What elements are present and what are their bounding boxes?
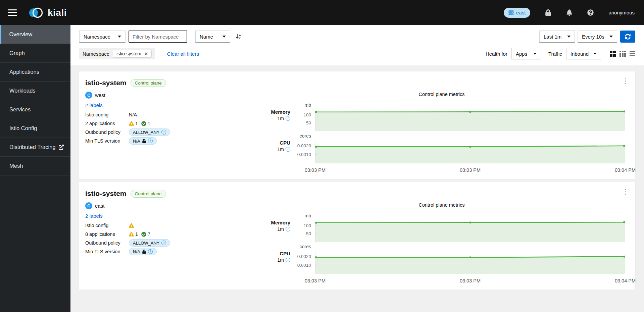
expanded-view-icon[interactable] [620, 51, 626, 57]
refresh-interval-select[interactable]: Every 10s [578, 31, 617, 43]
brand-name: kiali [48, 7, 67, 18]
control-plane-badge: Control plane [131, 190, 166, 198]
sidebar-item-label: Services [9, 106, 31, 113]
help-icon[interactable] [587, 9, 594, 16]
sidebar-item-applications[interactable]: Applications [0, 63, 70, 82]
warning-count[interactable]: 1 [135, 121, 138, 126]
server-icon [508, 10, 514, 15]
metric-window: 1m [278, 147, 284, 152]
menu-toggle-icon[interactable] [8, 9, 17, 16]
sort-by-select[interactable]: Name [195, 31, 230, 43]
info-icon[interactable]: i [148, 249, 153, 254]
lock-icon[interactable] [545, 9, 551, 16]
sidebar-item-overview[interactable]: Overview [0, 25, 70, 44]
info-icon[interactable]: i [161, 130, 166, 135]
labels-link[interactable]: 2 labels [85, 102, 103, 108]
overview-toolbar: Namespace Name A Z Last 1m Every 10s [70, 25, 644, 65]
cpu-area-chart[interactable] [315, 141, 625, 163]
clear-all-filters-link[interactable]: Clear all filters [167, 51, 199, 57]
sidebar-item-label: Graph [9, 50, 25, 56]
cluster-badge[interactable]: east [504, 8, 530, 18]
sidebar-item-mesh[interactable]: Mesh [0, 157, 70, 175]
warning-icon[interactable] [129, 121, 134, 126]
memory-unit-label: mb [292, 102, 315, 110]
kiali-logo: kiali [29, 6, 67, 19]
traffic-label: Traffic [548, 51, 562, 57]
memory-y-axis: 10050 [292, 220, 315, 242]
health-for-select[interactable]: Apps [511, 48, 541, 59]
cpu-area-chart[interactable] [315, 251, 625, 274]
list-view-icon[interactable] [630, 51, 635, 56]
sidebar-item-label: Istio Config [9, 125, 37, 132]
cluster-name: east [95, 203, 104, 209]
namespace-card-west: ⋮ istio-system Control plane C west 2 la… [79, 71, 636, 179]
card-kebab-menu[interactable]: ⋮ [622, 77, 629, 84]
metrics-title: Control plane metrics [258, 202, 625, 208]
cluster-icon: C [85, 92, 92, 99]
outbound-policy-pill[interactable]: ALLOW_ANY i [129, 239, 170, 247]
memory-unit-label: mb [292, 213, 315, 220]
sort-direction-button[interactable]: A Z [236, 34, 242, 40]
sidebar-item-istio-config[interactable]: Istio Config [0, 119, 70, 138]
namespace-title[interactable]: istio-system [85, 190, 127, 198]
duration-select[interactable]: Last 1m [539, 31, 575, 43]
control-plane-metrics: Control plane metrics Memory 1mi mb 1005… [258, 92, 628, 174]
filter-type-select[interactable]: Namespace [79, 31, 126, 43]
sidebar-item-label: Workloads [9, 88, 36, 94]
applications-label: 8 applications [85, 231, 129, 237]
namespace-title[interactable]: istio-system [85, 79, 127, 87]
chevron-down-icon [593, 53, 597, 55]
healthy-count[interactable]: 7 [148, 231, 150, 237]
min-tls-value: N/A [133, 139, 140, 144]
min-tls-pill[interactable]: N/A i [129, 248, 157, 255]
min-tls-label: Min TLS version [85, 138, 129, 144]
metric-window: 1m [278, 226, 284, 232]
warning-icon[interactable] [129, 223, 134, 228]
overview-cards: ⋮ istio-system Control plane C west 2 la… [70, 65, 644, 290]
sidebar-item-workloads[interactable]: Workloads [0, 82, 70, 100]
time-axis: 03:03 PM 03:03 PM 03:04 PM [258, 165, 625, 174]
compact-view-icon[interactable] [610, 51, 616, 57]
external-link-icon [59, 145, 64, 150]
info-icon[interactable]: i [286, 258, 290, 262]
traffic-select[interactable]: Inbound [566, 48, 601, 59]
healthy-icon[interactable] [141, 232, 146, 237]
info-icon[interactable]: i [286, 147, 290, 152]
sidebar-item-graph[interactable]: Graph [0, 44, 70, 63]
outbound-policy-value: ALLOW_ANY [133, 241, 159, 246]
sidebar-item-label: Mesh [9, 163, 23, 169]
info-icon[interactable]: i [161, 241, 166, 245]
notifications-bell-icon[interactable] [566, 9, 573, 16]
memory-area-chart[interactable] [315, 220, 625, 242]
refresh-button[interactable] [620, 31, 635, 43]
warning-icon[interactable] [129, 232, 134, 237]
cpu-unit-label: cores [292, 133, 315, 141]
warning-count[interactable]: 1 [135, 231, 138, 237]
sidebar-item-services[interactable]: Services [0, 100, 70, 119]
time-axis: 03:03 PM 03:03 PM 03:04 PM [258, 276, 625, 285]
outbound-policy-value: ALLOW_ANY [133, 130, 159, 135]
cpu-metric-label: CPU [258, 140, 290, 146]
card-kebab-menu[interactable]: ⋮ [622, 188, 629, 195]
username[interactable]: anonymous [608, 10, 635, 15]
traffic-value: Inbound [571, 51, 589, 57]
min-tls-pill[interactable]: N/A i [129, 137, 157, 145]
sidebar-item-distributed-tracing[interactable]: Distributed Tracing [0, 138, 70, 157]
healthy-count[interactable]: 1 [148, 121, 150, 126]
memory-area-chart[interactable] [315, 110, 625, 131]
info-icon[interactable]: i [286, 116, 290, 121]
healthy-icon[interactable] [141, 121, 146, 126]
chip-close-icon[interactable]: ✕ [144, 51, 148, 56]
sort-by-value: Name [200, 34, 213, 40]
namespace-filter-chip: istio-system ✕ [113, 50, 152, 58]
applications-label: 2 applications [85, 121, 129, 126]
health-for-value: Apps [516, 51, 527, 57]
time-tick: 03:03 PM [305, 278, 326, 283]
outbound-policy-pill[interactable]: ALLOW_ANY i [129, 128, 170, 136]
labels-link[interactable]: 2 labels [85, 213, 103, 219]
chip-value: istio-system [116, 51, 141, 56]
info-icon[interactable]: i [286, 227, 290, 231]
namespace-filter-input[interactable] [129, 31, 187, 43]
info-icon[interactable]: i [148, 139, 153, 143]
time-tick: 03:03 PM [305, 167, 326, 173]
